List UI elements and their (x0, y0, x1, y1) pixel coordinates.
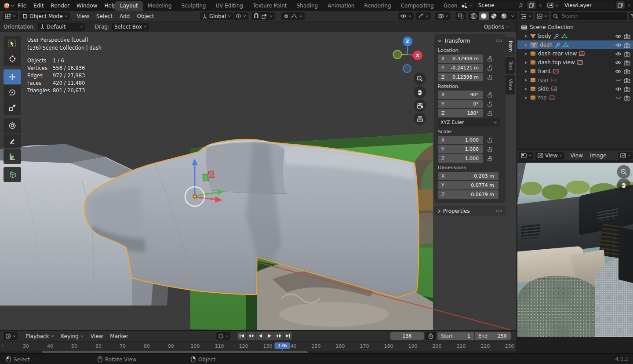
eye-open-icon[interactable] (615, 69, 622, 74)
material-preview-button[interactable] (489, 12, 499, 20)
location-z-field[interactable]: Z0.12398 m (438, 73, 483, 81)
rotation-mode-dropdown[interactable]: XYZ Euler (438, 118, 500, 127)
unlink-scene-button[interactable]: ✕ (537, 3, 543, 8)
disclosure-icon[interactable] (524, 34, 528, 38)
pan-button[interactable] (414, 86, 426, 98)
rotation-y-field[interactable]: Y0° (438, 100, 483, 108)
pivot-point-selector[interactable] (233, 12, 248, 20)
image-browse-button[interactable] (618, 152, 633, 160)
tool-measure[interactable] (4, 149, 21, 164)
xray-toggle[interactable] (455, 12, 466, 20)
new-viewlayer-button[interactable] (616, 1, 625, 9)
timeline-menu-playback[interactable]: Playback (22, 331, 58, 342)
next-keyframe-button[interactable] (274, 332, 283, 340)
stopwatch-button[interactable] (426, 332, 436, 340)
outliner-item-top[interactable]: top (517, 93, 633, 102)
rendered-shading-button[interactable] (499, 12, 509, 20)
zoom-button[interactable] (414, 73, 426, 85)
options-dropdown[interactable]: Options (482, 23, 511, 31)
viewport-menu-view[interactable]: View (73, 11, 93, 21)
viewlayer-browse-button[interactable] (545, 1, 560, 9)
tool-select-box[interactable] (4, 36, 21, 51)
outliner-item-dash-top-view[interactable]: dash top view (517, 58, 633, 67)
tab-texture-paint[interactable]: Texture Paint (248, 1, 291, 11)
orientation-dropdown[interactable]: Default (38, 23, 85, 31)
dimensions-x-field[interactable]: X0.203 m (438, 172, 498, 180)
tool-scale[interactable] (4, 100, 21, 115)
play-reverse-button[interactable] (256, 332, 265, 340)
tab-modeling[interactable]: Modeling (143, 1, 177, 11)
current-frame-field[interactable]: 136 (390, 332, 424, 340)
search-input[interactable] (560, 12, 627, 20)
timeline-editor-type-button[interactable] (4, 332, 18, 340)
eye-open-icon[interactable] (615, 43, 622, 47)
scale-x-field[interactable]: X1.000 (438, 136, 483, 144)
camera-visibility-icon[interactable] (624, 86, 630, 92)
timeline-menu-marker[interactable]: Marker (106, 331, 131, 342)
new-scene-button[interactable] (527, 1, 536, 9)
menu-file[interactable]: File (14, 0, 30, 11)
viewport-menu-add[interactable]: Add (116, 11, 133, 21)
reference-photo[interactable] (517, 163, 633, 337)
pin-icon[interactable] (518, 3, 523, 8)
camera-visibility-icon[interactable] (624, 42, 630, 48)
drag-dropdown[interactable]: Select Box (112, 23, 149, 31)
lock-icon[interactable] (487, 156, 492, 161)
sidebar-tab-item[interactable]: Item (506, 37, 515, 56)
frame-end-field[interactable]: End 250 (475, 332, 511, 340)
falloff-curve-icon[interactable] (291, 14, 297, 18)
tab-sculpting[interactable]: Sculpting (176, 1, 211, 11)
disclosure-icon[interactable] (524, 78, 528, 82)
snap-mode-icon[interactable] (262, 14, 267, 19)
orthographic-toggle-button[interactable] (414, 113, 426, 125)
image-zoom-button[interactable] (617, 165, 630, 178)
lock-icon[interactable] (487, 74, 492, 80)
outliner-item-side[interactable]: side (517, 84, 633, 93)
current-frame-indicator[interactable]: 136 (275, 342, 290, 349)
outliner-editor-type-button[interactable] (519, 12, 533, 20)
timeline-ruler[interactable]: 136 304050607080901001101201301401501601… (0, 342, 517, 351)
panel-grip[interactable] (495, 209, 502, 213)
eye-closed-icon[interactable] (615, 95, 622, 100)
sidebar-tab-tool[interactable]: Tool (506, 57, 515, 74)
timeline-menu-keying[interactable]: Keying (58, 331, 87, 342)
eye-closed-icon[interactable] (615, 78, 622, 83)
outliner-item-dash[interactable]: dash (517, 40, 633, 49)
lock-icon[interactable] (487, 65, 492, 71)
tool-add-cube[interactable] (4, 167, 21, 182)
panel-grip[interactable] (495, 39, 502, 43)
blender-menu-button[interactable] (2, 0, 15, 11)
scene-browse-button[interactable] (459, 1, 474, 9)
lock-icon[interactable] (487, 92, 492, 98)
camera-visibility-icon[interactable] (624, 77, 630, 83)
jump-to-start-button[interactable] (237, 332, 246, 340)
camera-visibility-icon[interactable] (624, 51, 630, 57)
eye-open-icon[interactable] (615, 34, 622, 39)
lock-icon[interactable] (487, 56, 492, 62)
wireframe-shading-button[interactable] (469, 12, 479, 20)
image-editor-mode-dropdown[interactable]: View (535, 152, 564, 160)
image-pan-button[interactable] (617, 178, 630, 192)
sidebar-expand-arrow[interactable]: › (518, 171, 520, 178)
tool-rotate[interactable] (4, 85, 21, 100)
outliner-item-body[interactable]: body (517, 32, 633, 40)
eye-open-icon[interactable] (615, 60, 622, 65)
dimensions-z-field[interactable]: Z0.0679 m (438, 190, 498, 199)
lock-icon[interactable] (487, 110, 492, 116)
remove-viewlayer-button[interactable]: ✕ (626, 3, 632, 8)
scene-name-field[interactable]: Scene (476, 1, 526, 9)
camera-visibility-icon[interactable] (624, 69, 630, 74)
camera-visibility-icon[interactable] (624, 33, 630, 39)
viewport-menu-object[interactable]: Object (133, 11, 157, 21)
sidebar-tab-view[interactable]: View (506, 75, 515, 94)
tab-geometry-nodes[interactable]: Geometry Nodes (439, 1, 457, 11)
frame-start-field[interactable]: Start 1 (437, 332, 474, 340)
image-menu-image[interactable]: Image (586, 150, 610, 160)
location-x-field[interactable]: X0.37908 m (438, 55, 483, 63)
timeline-menu-view[interactable]: View (87, 331, 106, 342)
scale-y-field[interactable]: Y1.000 (438, 145, 483, 153)
tab-rendering[interactable]: Rendering (359, 1, 396, 11)
image-editor-type-button[interactable] (519, 152, 533, 160)
disclosure-icon[interactable] (524, 69, 528, 73)
previous-keyframe-button[interactable] (247, 332, 255, 340)
